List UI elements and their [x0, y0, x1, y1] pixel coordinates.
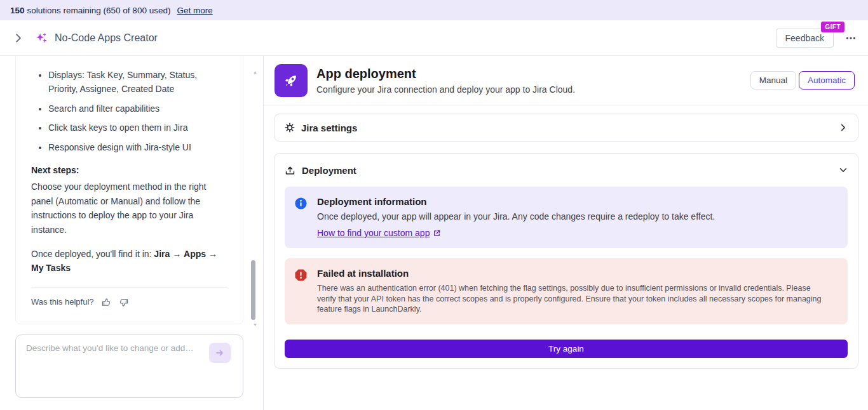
- chat-input-box: [15, 334, 243, 398]
- info-icon: [295, 197, 307, 239]
- send-arrow-icon: [215, 348, 225, 358]
- error-content: Failed at installation There was an auth…: [317, 268, 829, 315]
- solutions-count: 150: [10, 6, 25, 15]
- deployed-loc-jira: Jira: [154, 249, 170, 259]
- gift-badge: GIFT: [821, 22, 844, 32]
- collapse-panel-icon[interactable]: [13, 32, 24, 44]
- jira-settings-card[interactable]: Jira settings: [274, 114, 858, 142]
- feedback-row: Was this helpful?: [31, 296, 227, 309]
- automatic-mode-button[interactable]: Automatic: [799, 71, 855, 89]
- scroll-down-icon[interactable]: ▼: [253, 322, 257, 327]
- deployment-card-header[interactable]: Deployment: [285, 154, 848, 187]
- manual-mode-button[interactable]: Manual: [750, 71, 796, 89]
- deploy-mode-toggle: Manual Automatic: [750, 71, 855, 89]
- app-header: No-Code Apps Creator Feedback GIFT: [0, 20, 868, 56]
- error-banner: Failed at installation There was an auth…: [285, 258, 848, 324]
- deployment-header: App deployment Configure your Jira conne…: [264, 56, 868, 105]
- error-title: Failed at installation: [317, 268, 829, 279]
- chat-panel: Displays: Task Key, Summary, Status, Pri…: [0, 56, 264, 410]
- more-menu-icon[interactable]: [845, 32, 857, 44]
- scroll-up-icon[interactable]: ▲: [253, 70, 257, 74]
- arrow-separator: →: [206, 249, 217, 259]
- try-again-button[interactable]: Try again: [285, 340, 848, 358]
- info-body: Once deployed, your app will appear in y…: [317, 211, 715, 222]
- deployment-panel: App deployment Configure your Jira conne…: [264, 56, 868, 410]
- helpful-prompt: Was this helpful?: [31, 296, 94, 309]
- error-icon: [295, 269, 307, 315]
- page-subtitle: Configure your Jira connection and deplo…: [316, 84, 575, 95]
- page-title: App deployment: [316, 67, 575, 81]
- jira-settings-label: Jira settings: [301, 122, 357, 133]
- usage-text: solutions remaining (650 of 800 used): [27, 6, 171, 15]
- deploy-icon: [285, 165, 295, 176]
- get-more-link[interactable]: Get more: [177, 6, 212, 15]
- feature-item: Displays: Task Key, Summary, Status, Pri…: [48, 68, 227, 96]
- next-steps-heading: Next steps:: [31, 163, 227, 177]
- chat-input[interactable]: [25, 343, 209, 354]
- feature-item: Responsive design with Jira-style UI: [48, 140, 227, 154]
- thumbs-up-button[interactable]: [102, 298, 111, 307]
- external-link-icon: [433, 229, 441, 237]
- deployment-card: Deployment Deployment information Once d…: [274, 153, 858, 369]
- deployed-location-text: Once deployed, you'll find it in: Jira →…: [31, 247, 227, 275]
- deployed-loc-apps: Apps: [184, 249, 206, 259]
- chevron-right-icon[interactable]: [839, 123, 848, 132]
- custom-app-link-label: How to find your custom app: [317, 228, 430, 238]
- message-divider: [31, 287, 227, 288]
- info-content: Deployment information Once deployed, yo…: [317, 196, 715, 239]
- info-banner: Deployment information Once deployed, yo…: [285, 187, 848, 248]
- assistant-message: Displays: Task Key, Summary, Status, Pri…: [15, 56, 243, 324]
- feature-list: Displays: Task Key, Summary, Status, Pri…: [31, 68, 227, 154]
- chevron-down-icon[interactable]: [839, 166, 848, 175]
- feature-item: Search and filter capabilities: [48, 102, 227, 116]
- gear-icon: [285, 122, 295, 133]
- next-steps-text: Choose your deployment method in the rig…: [31, 180, 227, 237]
- error-body: There was an authentication error (401) …: [317, 283, 829, 315]
- info-title: Deployment information: [317, 196, 715, 207]
- app-window: 150 solutions remaining (650 of 800 used…: [0, 0, 868, 410]
- feature-item: Click task keys to open them in Jira: [48, 121, 227, 135]
- scrollbar-thumb[interactable]: [251, 260, 255, 320]
- rocket-icon: [275, 64, 308, 97]
- deployment-label: Deployment: [302, 165, 356, 176]
- usage-banner: 150 solutions remaining (650 of 800 used…: [0, 0, 868, 20]
- deployment-titles: App deployment Configure your Jira conne…: [316, 67, 575, 95]
- thumbs-down-button[interactable]: [119, 298, 128, 307]
- arrow-separator: →: [170, 249, 184, 259]
- send-button[interactable]: [209, 343, 231, 363]
- app-title: No-Code Apps Creator: [55, 32, 158, 44]
- sparkles-icon: [34, 31, 48, 45]
- deployed-prefix: Once deployed, you'll find it in:: [31, 249, 154, 259]
- deployed-loc-my-tasks: My Tasks: [31, 263, 71, 273]
- custom-app-link[interactable]: How to find your custom app: [317, 228, 441, 238]
